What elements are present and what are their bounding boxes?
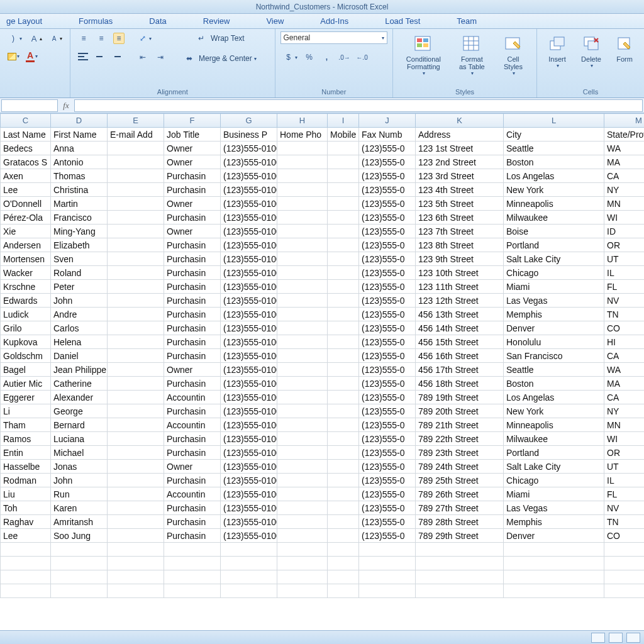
cell[interactable]: [277, 570, 328, 584]
cell[interactable]: Salt Lake City: [504, 252, 604, 266]
cell[interactable]: (123)555-0: [359, 335, 416, 349]
table-row[interactable]: LeeChristinaPurchasin(123)555-0100(123)5…: [1, 183, 645, 197]
cell[interactable]: Denver: [504, 529, 604, 543]
cell[interactable]: [328, 321, 359, 335]
cell[interactable]: (123)555-0100: [221, 225, 277, 238]
cell[interactable]: 789 29th Street: [416, 529, 504, 543]
cell[interactable]: (123)555-0: [359, 280, 416, 294]
cell[interactable]: [108, 349, 164, 363]
cell[interactable]: [604, 570, 645, 584]
cell[interactable]: [328, 294, 359, 308]
cell[interactable]: (123)555-0100: [221, 515, 277, 529]
cell[interactable]: NV: [604, 501, 645, 515]
table-row[interactable]: HasselbeJonasOwner(123)555-0100(123)555-…: [1, 460, 645, 474]
cell[interactable]: [328, 238, 359, 252]
cell[interactable]: [108, 446, 164, 460]
cell[interactable]: Memphis: [504, 515, 604, 529]
cell[interactable]: [277, 432, 328, 446]
cell[interactable]: 789 25th Street: [416, 474, 504, 487]
cell[interactable]: 789 24th Street: [416, 460, 504, 474]
cell[interactable]: [51, 543, 108, 557]
cell[interactable]: [359, 557, 416, 570]
worksheet-grid[interactable]: CDEFGHIJKLMLast NameFirst NameE-mail Add…: [0, 113, 644, 630]
table-row[interactable]: XieMing-YangOwner(123)555-0100(123)555-0…: [1, 225, 645, 238]
cell[interactable]: [328, 308, 359, 321]
cell[interactable]: [277, 183, 328, 197]
decrease-indent-button[interactable]: ⇤: [135, 50, 151, 64]
cell[interactable]: Las Vegas: [504, 294, 604, 308]
cell[interactable]: [277, 280, 328, 294]
cell[interactable]: [328, 446, 359, 460]
cell[interactable]: Mobile: [328, 128, 359, 142]
column-header[interactable]: M: [604, 114, 645, 128]
cell[interactable]: Elizabeth: [51, 238, 108, 252]
cell[interactable]: Owner: [164, 460, 221, 474]
cell[interactable]: 456 18th Street: [416, 377, 504, 391]
cell[interactable]: [328, 391, 359, 404]
cell[interactable]: 123 10th Street: [416, 266, 504, 280]
cell[interactable]: [328, 280, 359, 294]
cell[interactable]: 789 26th Street: [416, 487, 504, 501]
cell[interactable]: Honolulu: [504, 335, 604, 349]
cell[interactable]: [328, 142, 359, 155]
cell[interactable]: [277, 584, 328, 598]
table-row[interactable]: MortensenSvenPurchasin(123)555-0100(123)…: [1, 252, 645, 266]
cell[interactable]: (123)555-0: [359, 142, 416, 155]
cell[interactable]: (123)555-0100: [221, 335, 277, 349]
cell[interactable]: MA: [604, 377, 645, 391]
cell[interactable]: [108, 155, 164, 169]
cell[interactable]: [328, 529, 359, 543]
cell[interactable]: [108, 280, 164, 294]
cell[interactable]: Michael: [51, 446, 108, 460]
cell[interactable]: [359, 543, 416, 557]
cell[interactable]: Bagel: [1, 363, 51, 377]
format-as-table-button[interactable]: Format as Table▾: [453, 31, 491, 79]
cell[interactable]: Purchasin: [164, 335, 221, 349]
cell[interactable]: [504, 570, 604, 584]
accounting-format-button[interactable]: $▾: [280, 50, 300, 64]
cell[interactable]: (123)555-0100: [221, 418, 277, 432]
cell[interactable]: Los Angelas: [504, 169, 604, 183]
cell[interactable]: John: [51, 474, 108, 487]
cell[interactable]: Martin: [51, 197, 108, 211]
cell[interactable]: TN: [604, 308, 645, 321]
cell[interactable]: Bernard: [51, 418, 108, 432]
cell[interactable]: [221, 543, 277, 557]
column-header[interactable]: H: [277, 114, 328, 128]
cell[interactable]: Roland: [51, 266, 108, 280]
font-size-button[interactable]: )▾: [5, 31, 25, 45]
cell[interactable]: [277, 266, 328, 280]
cell[interactable]: (123)555-0100: [221, 169, 277, 183]
cell[interactable]: CO: [604, 321, 645, 335]
cell[interactable]: Purchasin: [164, 474, 221, 487]
cell[interactable]: [108, 294, 164, 308]
ribbon-tab[interactable]: Formulas: [79, 16, 113, 26]
cell[interactable]: [277, 557, 328, 570]
table-row[interactable]: O'DonnellMartinOwner(123)555-0100(123)55…: [1, 197, 645, 211]
cell[interactable]: [328, 543, 359, 557]
cell[interactable]: [328, 266, 359, 280]
cell[interactable]: [328, 197, 359, 211]
cell[interactable]: [108, 142, 164, 155]
cell[interactable]: Andre: [51, 308, 108, 321]
cell[interactable]: Amritansh: [51, 515, 108, 529]
cell[interactable]: 789 21th Street: [416, 418, 504, 432]
cell[interactable]: 789 23th Street: [416, 446, 504, 460]
table-row[interactable]: AxenThomasPurchasin(123)555-0100(123)555…: [1, 169, 645, 183]
cell[interactable]: Purchasin: [164, 377, 221, 391]
cell[interactable]: (123)555-0: [359, 238, 416, 252]
cell[interactable]: MN: [604, 197, 645, 211]
cell[interactable]: [328, 211, 359, 225]
table-row[interactable]: LudickAndrePurchasin(123)555-0100(123)55…: [1, 308, 645, 321]
cell[interactable]: UT: [604, 460, 645, 474]
cell[interactable]: [277, 349, 328, 363]
cell[interactable]: [108, 529, 164, 543]
cell[interactable]: [328, 584, 359, 598]
cell[interactable]: (123)555-0: [359, 404, 416, 418]
ribbon-tab[interactable]: Review: [203, 16, 230, 26]
fill-color-button[interactable]: ▾: [5, 50, 22, 63]
cell[interactable]: (123)555-0: [359, 529, 416, 543]
cell[interactable]: [277, 404, 328, 418]
cell[interactable]: [416, 543, 504, 557]
cell[interactable]: UT: [604, 252, 645, 266]
